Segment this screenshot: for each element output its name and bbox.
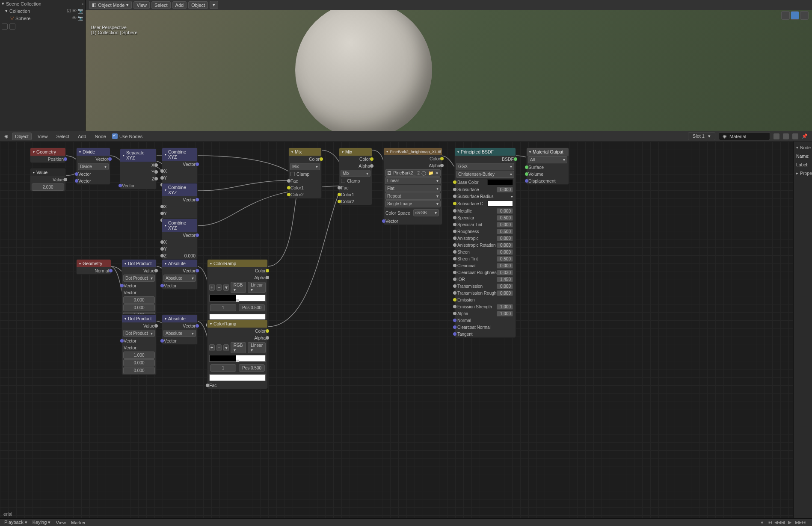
node-separate-xyz[interactable]: Separate XYZ X Y Z Vector	[120, 148, 157, 189]
socket-in[interactable]	[453, 319, 456, 322]
socket-in[interactable]	[119, 184, 122, 187]
socket-in[interactable]	[453, 298, 456, 301]
socket-out[interactable]	[370, 164, 373, 168]
bsdf-transmission[interactable]: Transmission0.000	[455, 283, 516, 290]
bsdf-transmission-roughness[interactable]: Transmission Roughness0.000	[455, 290, 516, 296]
colormode-dropdown[interactable]: RGB ▾	[231, 342, 246, 353]
node-header[interactable]: Absolute	[162, 260, 197, 267]
vec-y[interactable]: 0.000	[123, 359, 155, 366]
camera-icon[interactable]: 📷	[77, 8, 83, 14]
ramp-stop[interactable]	[236, 360, 239, 362]
socket-in[interactable]	[453, 305, 456, 308]
socket-in[interactable]	[453, 325, 456, 329]
param-value[interactable]: 0.000	[497, 263, 513, 269]
node-header[interactable]: Combine XYZ	[162, 148, 197, 161]
checkbox-icon[interactable]: ☑	[67, 8, 71, 14]
outliner-root[interactable]: ▾ Scene Collection ▫	[0, 0, 85, 7]
socket-in[interactable]	[160, 240, 164, 244]
socket-out[interactable]	[440, 164, 444, 167]
socket-in[interactable]	[453, 195, 456, 198]
node-combine-xyz-2[interactable]: Combine XYZ Vector X Y Z0.000	[162, 183, 198, 224]
node-panel-header[interactable]: ▾Node	[795, 143, 810, 152]
bsdf-specular[interactable]: Specular0.500	[455, 214, 516, 221]
unlink-icon[interactable]	[792, 133, 798, 139]
bsdf-metallic[interactable]: Metallic0.000	[455, 207, 516, 214]
param-value[interactable]: 0.500	[497, 256, 513, 262]
param-value[interactable]: 1.000	[497, 304, 513, 310]
menu-select[interactable]: Select	[151, 1, 171, 9]
eye-icon[interactable]: 👁	[72, 8, 77, 14]
socket-in[interactable]	[287, 179, 290, 183]
chevron-down-icon[interactable]: ▾	[511, 194, 513, 199]
colormode-dropdown[interactable]: RGB ▾	[231, 282, 246, 293]
node-value[interactable]: Value Value 2.000	[30, 168, 66, 192]
divide-mode-dropdown[interactable]: Divide ▾	[78, 163, 109, 170]
bsdf-subsurface-c[interactable]: Subsurface C	[455, 200, 516, 207]
extension-dropdown[interactable]: Repeat▾	[385, 192, 441, 200]
socket-in[interactable]	[160, 176, 164, 180]
socket-in[interactable]	[453, 284, 456, 288]
stop-pos[interactable]: Pos 0.500	[239, 364, 265, 372]
socket-out[interactable]	[196, 198, 199, 201]
open-icon[interactable]: 📁	[428, 171, 433, 175]
remove-stop-button[interactable]: −	[216, 344, 222, 351]
socket-in[interactable]	[453, 188, 456, 191]
socket-in[interactable]	[453, 312, 456, 315]
param-value[interactable]: 0.030	[497, 270, 513, 275]
filter-icon[interactable]	[9, 24, 15, 30]
socket-in[interactable]	[120, 284, 124, 287]
mix-mode-dropdown[interactable]: Mix▾	[290, 163, 320, 170]
colorramp-gradient[interactable]	[209, 355, 266, 362]
node-header[interactable]: Mix	[339, 148, 372, 156]
socket-in[interactable]	[160, 339, 164, 343]
mix-mode-dropdown[interactable]: Mix▾	[341, 170, 370, 177]
menu-marker[interactable]: Marker	[71, 520, 86, 525]
socket-in[interactable]	[453, 236, 456, 240]
node-absolute-1[interactable]: Absolute Vector Absolute▾ Vector	[162, 259, 198, 290]
bsdf-alpha[interactable]: Alpha1.000	[455, 310, 516, 317]
abs-mode-dropdown[interactable]: Absolute▾	[163, 330, 196, 337]
new-icon[interactable]: ◯	[421, 171, 426, 175]
socket-in[interactable]	[160, 254, 164, 257]
socket-in[interactable]	[160, 205, 164, 208]
colorspace-dropdown[interactable]: sRGB▾	[413, 209, 439, 216]
node-mix-2[interactable]: Mix Color Alpha Mix▾ Clamp Fac Color1 Co…	[339, 148, 372, 205]
bsdf-subsurface[interactable]: Subsurface0.000	[455, 186, 516, 193]
socket-out[interactable]	[196, 269, 199, 272]
param-value[interactable]: 1.450	[497, 277, 513, 282]
socket-in[interactable]	[453, 223, 456, 226]
node-header[interactable]: Geometry	[30, 148, 65, 156]
sphere-object[interactable]	[295, 10, 432, 131]
bsdf-specular-tint[interactable]: Specular Tint0.000	[455, 221, 516, 228]
ramp-stop[interactable]	[236, 299, 239, 302]
socket-out[interactable]	[266, 336, 269, 340]
node-header[interactable]: Dot Product	[122, 315, 156, 322]
node-mix-1[interactable]: Mix Color Mix▾ Clamp Fac Color1 Color2	[288, 148, 322, 198]
node-header[interactable]: Principled BSDF	[455, 148, 516, 156]
interp-dropdown[interactable]: Linear ▾	[248, 342, 266, 353]
dot-mode-dropdown[interactable]: Dot Product▾	[123, 275, 155, 282]
bsdf-sheen[interactable]: Sheen0.000	[455, 248, 516, 255]
socket-out[interactable]	[154, 177, 158, 180]
socket-in[interactable]	[206, 384, 209, 387]
socket-in[interactable]	[338, 193, 341, 196]
socket-in[interactable]	[75, 179, 78, 183]
node-combine-xyz-1[interactable]: Combine XYZ Vector X Y Z0.000	[162, 148, 198, 189]
socket-in[interactable]	[525, 172, 528, 176]
bsdf-emission-strength[interactable]: Emission Strength1.000	[455, 303, 516, 310]
menu-select[interactable]: Select	[53, 133, 72, 140]
next-key-icon[interactable]: ▶▶	[795, 520, 801, 526]
duplicate-icon[interactable]	[783, 133, 789, 139]
ramp-menu-button[interactable]: ▾	[223, 284, 229, 291]
socket-out[interactable]	[196, 163, 199, 166]
vec-x[interactable]: 1.000	[123, 352, 155, 359]
prev-key-icon[interactable]: ◀◀	[774, 520, 780, 526]
bsdf-tangent[interactable]: Tangent	[455, 331, 516, 337]
socket-out[interactable]	[266, 276, 269, 279]
sss-method-dropdown[interactable]: Christensen-Burley▾	[456, 171, 514, 178]
node-header[interactable]: Dot Product	[122, 260, 156, 267]
socket-in[interactable]	[525, 165, 528, 169]
menu-add[interactable]: Add	[172, 1, 187, 9]
param-value[interactable]: 0.000	[497, 249, 513, 255]
use-nodes-checkbox[interactable]: Use Nodes	[112, 133, 142, 139]
